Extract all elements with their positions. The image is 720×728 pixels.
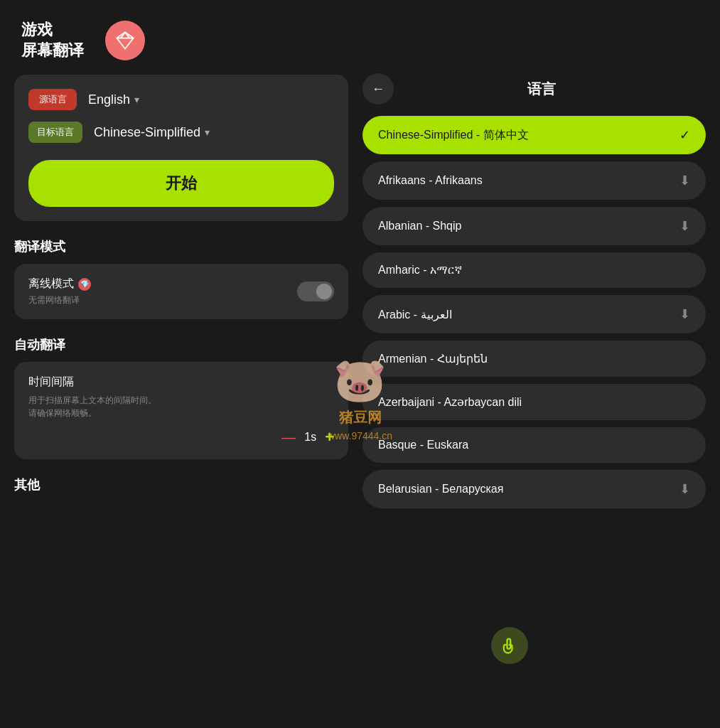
source-lang-arrow: ▾ — [134, 94, 139, 105]
offline-mode-card: 离线模式 💎 无需网络翻译 — [14, 264, 348, 319]
back-button[interactable]: ← — [362, 73, 394, 105]
premium-button[interactable] — [105, 21, 145, 60]
download-icon: ⬇ — [679, 481, 690, 497]
source-lang-selector[interactable]: English ▾ — [88, 92, 139, 107]
target-lang-selector[interactable]: Chinese-Simplified ▾ — [94, 125, 210, 140]
language-item-name: Amharic - አማርኛ — [378, 264, 462, 277]
language-list-item[interactable]: Azerbaijani - Azərbaycan dili — [362, 384, 706, 420]
interval-card: 时间间隔 用于扫描屏幕上文本的间隔时间。 请确保网络顺畅。 — 1s + — [14, 362, 348, 459]
diamond-icon — [115, 31, 135, 50]
main-content: 🐷 猪豆网 www.97444.cn 源语言 English ▾ 目标语言 Ch… — [0, 68, 720, 728]
language-item-name: Belarusian - Беларуская — [378, 483, 503, 496]
language-item-name: Albanian - Shqip — [378, 220, 461, 232]
language-list-item[interactable]: Afrikaans - Afrikaans⬇ — [362, 161, 706, 200]
language-list-item[interactable]: Albanian - Shqip⬇ — [362, 207, 706, 245]
language-list-item[interactable]: Armenian - Հայերեն — [362, 341, 706, 377]
download-icon: ⬇ — [679, 173, 690, 188]
interval-desc: 用于扫描屏幕上文本的间隔时间。 请确保网络顺畅。 — [28, 394, 334, 419]
right-panel: ← 语言 Chinese-Simplified - 简体中文✓Afrikaans… — [362, 68, 706, 728]
app-header: 游戏 屏幕翻译 — [0, 0, 720, 68]
language-list-item[interactable]: Arabic - العربية⬇ — [362, 295, 706, 333]
source-lang-label: 源语言 — [28, 89, 77, 110]
source-language-row: 源语言 English ▾ — [28, 89, 334, 110]
source-lang-value: English — [88, 92, 130, 107]
language-list-item[interactable]: Belarusian - Беларуская⬇ — [362, 470, 706, 508]
interval-controls: — 1s + — [28, 428, 334, 446]
language-list: Chinese-Simplified - 简体中文✓Afrikaans - Af… — [362, 116, 706, 508]
other-section-title: 其他 — [14, 476, 348, 493]
start-button[interactable]: 开始 — [28, 160, 334, 207]
auto-translate-title: 自动翻译 — [14, 336, 348, 353]
language-item-name: Afrikaans - Afrikaans — [378, 174, 483, 187]
offline-mode-subtitle: 无需网络翻译 — [28, 294, 91, 306]
language-item-name: Armenian - Հայերեն — [378, 352, 488, 365]
offline-mode-labels: 离线模式 💎 无需网络翻译 — [28, 277, 91, 306]
left-panel: 源语言 English ▾ 目标语言 Chinese-Simplified ▾ … — [14, 68, 348, 728]
interval-value: 1s — [304, 431, 316, 444]
language-list-item[interactable]: Basque - Euskara — [362, 427, 706, 463]
language-item-name: Azerbaijani - Azərbaycan dili — [378, 395, 522, 409]
target-lang-value: Chinese-Simplified — [94, 125, 200, 140]
target-language-row: 目标语言 Chinese-Simplified ▾ — [28, 122, 334, 143]
right-panel-header: ← 语言 — [362, 68, 706, 116]
language-item-name: Chinese-Simplified - 简体中文 — [378, 128, 529, 143]
download-icon: ⬇ — [679, 218, 690, 234]
download-icon: ⬇ — [679, 306, 690, 322]
floating-touch-button[interactable] — [491, 627, 528, 664]
target-lang-arrow: ▾ — [205, 127, 210, 138]
offline-toggle[interactable] — [297, 282, 334, 301]
touch-icon — [500, 636, 520, 655]
checkmark-icon: ✓ — [679, 127, 690, 143]
interval-decrease-button[interactable]: — — [281, 429, 296, 446]
language-settings-card: 源语言 English ▾ 目标语言 Chinese-Simplified ▾ … — [14, 75, 348, 221]
target-lang-label: 目标语言 — [28, 122, 82, 143]
translation-mode-title: 翻译模式 — [14, 238, 348, 255]
language-item-name: Basque - Euskara — [378, 439, 468, 451]
interval-increase-button[interactable]: + — [325, 428, 334, 446]
interval-title: 时间间隔 — [28, 375, 334, 390]
offline-mode-title: 离线模式 💎 — [28, 277, 91, 291]
app-title: 游戏 屏幕翻译 — [21, 20, 84, 60]
language-panel-title: 语言 — [408, 80, 675, 99]
language-list-item[interactable]: Chinese-Simplified - 简体中文✓ — [362, 116, 706, 154]
offline-premium-badge: 💎 — [78, 278, 91, 291]
language-item-name: Arabic - العربية — [378, 308, 452, 321]
language-list-item[interactable]: Amharic - አማርኛ — [362, 252, 706, 288]
